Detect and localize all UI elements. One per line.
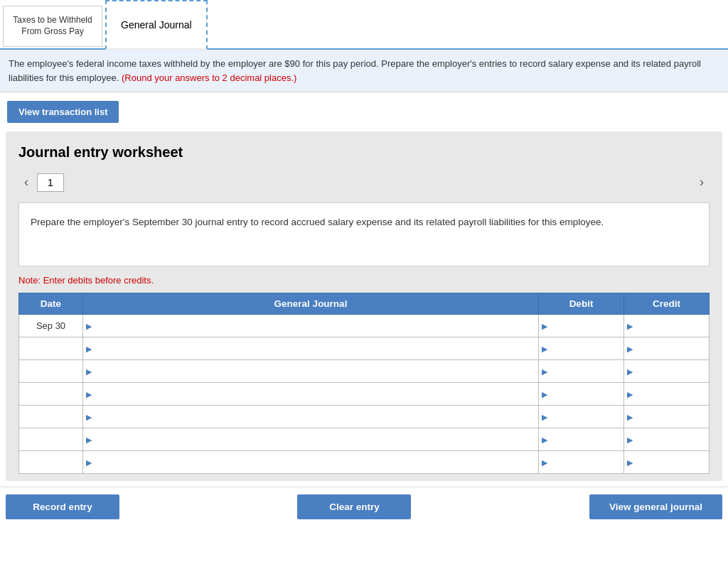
journal-cell[interactable]: ▶ — [83, 337, 539, 360]
date-cell: Sep 30 — [19, 315, 83, 337]
journal-table: Date General Journal Debit Credit Sep 30… — [18, 293, 710, 474]
journal-cell[interactable]: ▶ — [83, 383, 539, 406]
table-row: ▶▶▶ — [19, 360, 710, 383]
note-text: Note: Enter debits before credits. — [18, 275, 710, 286]
clear-entry-button[interactable]: Clear entry — [297, 494, 411, 519]
credit-cell[interactable]: ▶ — [624, 428, 710, 451]
credit-input[interactable] — [624, 337, 709, 359]
record-entry-button[interactable]: Record entry — [6, 494, 119, 519]
date-cell — [19, 428, 83, 451]
credit-input[interactable] — [624, 451, 709, 473]
journal-input[interactable] — [83, 383, 538, 405]
instruction-text: Prepare the employer's September 30 jour… — [31, 217, 604, 227]
credit-input[interactable] — [624, 428, 709, 450]
table-row: Sep 30▶▶▶ — [19, 315, 710, 337]
description-highlight: (Round your answers to 2 decimal places.… — [122, 72, 296, 83]
prev-page-button[interactable]: ‹ — [18, 172, 34, 193]
worksheet-title: Journal entry worksheet — [18, 144, 710, 161]
table-row: ▶▶▶ — [19, 337, 710, 360]
journal-input[interactable] — [83, 337, 538, 359]
credit-cell[interactable]: ▶ — [624, 315, 710, 337]
debit-input[interactable] — [539, 383, 623, 405]
journal-input[interactable] — [83, 360, 538, 382]
date-cell — [19, 383, 83, 406]
debit-input[interactable] — [539, 406, 623, 428]
debit-cell[interactable]: ▶ — [539, 451, 624, 474]
journal-input[interactable] — [83, 451, 538, 473]
col-debit: Debit — [539, 293, 624, 315]
description-bar: The employee's federal income taxes with… — [0, 50, 728, 92]
debit-input[interactable] — [539, 451, 623, 473]
journal-cell[interactable]: ▶ — [83, 428, 539, 451]
view-general-journal-button[interactable]: View general journal — [589, 494, 722, 519]
col-general-journal: General Journal — [83, 293, 539, 315]
debit-input[interactable] — [539, 337, 623, 359]
table-row: ▶▶▶ — [19, 451, 710, 474]
table-row: ▶▶▶ — [19, 383, 710, 406]
credit-cell[interactable]: ▶ — [624, 406, 710, 428]
credit-cell[interactable]: ▶ — [624, 360, 710, 383]
tab-header: Taxes to be Withheld From Gross Pay Gene… — [0, 0, 728, 50]
debit-input[interactable] — [539, 360, 623, 382]
tab-taxes[interactable]: Taxes to be Withheld From Gross Pay — [3, 6, 102, 47]
bottom-buttons: Record entry Clear entry View general jo… — [0, 487, 728, 526]
date-cell — [19, 337, 83, 360]
table-row: ▶▶▶ — [19, 406, 710, 428]
credit-input[interactable] — [624, 383, 709, 405]
debit-cell[interactable]: ▶ — [539, 315, 624, 337]
debit-cell[interactable]: ▶ — [539, 428, 624, 451]
view-transaction-button[interactable]: View transaction list — [7, 101, 119, 123]
journal-cell[interactable]: ▶ — [83, 315, 539, 337]
tab-general-journal[interactable]: General Journal — [105, 0, 208, 50]
journal-input[interactable] — [83, 315, 538, 337]
debit-input[interactable] — [539, 428, 623, 450]
action-bar: View transaction list — [0, 92, 728, 131]
worksheet-container: Journal entry worksheet ‹ 1 › Prepare th… — [6, 131, 722, 481]
date-cell — [19, 360, 83, 383]
instruction-box: Prepare the employer's September 30 jour… — [18, 202, 710, 266]
date-cell — [19, 451, 83, 474]
date-cell — [19, 406, 83, 428]
debit-cell[interactable]: ▶ — [539, 337, 624, 360]
debit-input[interactable] — [539, 315, 623, 337]
table-row: ▶▶▶ — [19, 428, 710, 451]
credit-input[interactable] — [624, 406, 709, 428]
nav-row: ‹ 1 › — [18, 172, 710, 193]
description-text: The employee's federal income taxes with… — [9, 58, 701, 83]
credit-cell[interactable]: ▶ — [624, 383, 710, 406]
col-date: Date — [19, 293, 83, 315]
col-credit: Credit — [624, 293, 710, 315]
next-page-button[interactable]: › — [694, 172, 710, 193]
journal-input[interactable] — [83, 428, 538, 450]
credit-cell[interactable]: ▶ — [624, 451, 710, 474]
debit-cell[interactable]: ▶ — [539, 406, 624, 428]
journal-cell[interactable]: ▶ — [83, 451, 539, 474]
journal-cell[interactable]: ▶ — [83, 406, 539, 428]
credit-cell[interactable]: ▶ — [624, 337, 710, 360]
credit-input[interactable] — [624, 360, 709, 382]
debit-cell[interactable]: ▶ — [539, 360, 624, 383]
journal-cell[interactable]: ▶ — [83, 360, 539, 383]
credit-input[interactable] — [624, 315, 709, 337]
journal-input[interactable] — [83, 406, 538, 428]
page-number: 1 — [37, 173, 64, 192]
debit-cell[interactable]: ▶ — [539, 383, 624, 406]
